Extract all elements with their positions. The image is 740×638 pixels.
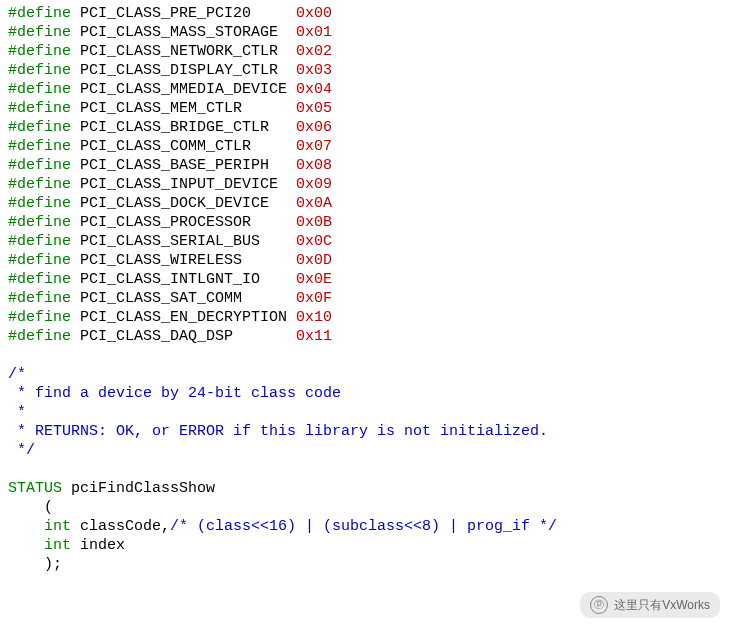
- define-value: 0x02: [296, 43, 332, 60]
- param-comment: /* (class<<16) | (subclass<<8) | prog_if…: [170, 518, 557, 535]
- define-keyword: #define: [8, 252, 71, 269]
- define-name: PCI_CLASS_COMM_CTLR: [80, 138, 287, 155]
- define-keyword: #define: [8, 195, 71, 212]
- define-value: 0x00: [296, 5, 332, 22]
- define-name: PCI_CLASS_SERIAL_BUS: [80, 233, 287, 250]
- define-keyword: #define: [8, 157, 71, 174]
- define-value: 0x0B: [296, 214, 332, 231]
- define-name: PCI_CLASS_NETWORK_CTLR: [80, 43, 287, 60]
- define-keyword: #define: [8, 176, 71, 193]
- define-keyword: #define: [8, 233, 71, 250]
- open-paren: (: [8, 499, 53, 516]
- define-keyword: #define: [8, 271, 71, 288]
- define-name: PCI_CLASS_MMEDIA_DEVICE: [80, 81, 287, 98]
- param-name: classCode,: [80, 518, 170, 535]
- define-value: 0x06: [296, 119, 332, 136]
- define-value: 0x0E: [296, 271, 332, 288]
- define-value: 0x08: [296, 157, 332, 174]
- comment-line: * find a device by 24-bit class code: [8, 385, 341, 402]
- define-name: PCI_CLASS_PRE_PCI20: [80, 5, 287, 22]
- define-name: PCI_CLASS_EN_DECRYPTION: [80, 309, 287, 326]
- comment-line: /*: [8, 366, 26, 383]
- define-value: 0x0F: [296, 290, 332, 307]
- define-name: PCI_CLASS_INPUT_DEVICE: [80, 176, 287, 193]
- define-value: 0x01: [296, 24, 332, 41]
- comment-line: *: [8, 404, 26, 421]
- define-value: 0x10: [296, 309, 332, 326]
- define-keyword: #define: [8, 5, 71, 22]
- define-value: 0x0A: [296, 195, 332, 212]
- define-keyword: #define: [8, 290, 71, 307]
- param-type: int: [44, 518, 71, 535]
- define-value: 0x0D: [296, 252, 332, 269]
- define-keyword: #define: [8, 328, 71, 345]
- param-name: index: [80, 537, 125, 554]
- define-name: PCI_CLASS_SAT_COMM: [80, 290, 287, 307]
- define-keyword: #define: [8, 43, 71, 60]
- define-keyword: #define: [8, 214, 71, 231]
- return-type: STATUS: [8, 480, 62, 497]
- define-value: 0x05: [296, 100, 332, 117]
- define-keyword: #define: [8, 100, 71, 117]
- define-keyword: #define: [8, 119, 71, 136]
- define-value: 0x0C: [296, 233, 332, 250]
- watermark-badge: ⓟ 这里只有VxWorks: [580, 592, 720, 618]
- define-value: 0x09: [296, 176, 332, 193]
- define-value: 0x11: [296, 328, 332, 345]
- comment-line: */: [8, 442, 35, 459]
- comment-line: * RETURNS: OK, or ERROR if this library …: [8, 423, 548, 440]
- define-value: 0x03: [296, 62, 332, 79]
- define-keyword: #define: [8, 24, 71, 41]
- define-keyword: #define: [8, 138, 71, 155]
- define-keyword: #define: [8, 309, 71, 326]
- define-keyword: #define: [8, 62, 71, 79]
- code-block: #define PCI_CLASS_PRE_PCI20 0x00 #define…: [0, 0, 740, 578]
- define-value: 0x04: [296, 81, 332, 98]
- define-name: PCI_CLASS_PROCESSOR: [80, 214, 287, 231]
- define-name: PCI_CLASS_MASS_STORAGE: [80, 24, 287, 41]
- define-name: PCI_CLASS_DAQ_DSP: [80, 328, 287, 345]
- define-name: PCI_CLASS_MEM_CTLR: [80, 100, 287, 117]
- define-name: PCI_CLASS_BRIDGE_CTLR: [80, 119, 287, 136]
- define-value: 0x07: [296, 138, 332, 155]
- define-keyword: #define: [8, 81, 71, 98]
- wechat-icon: ⓟ: [590, 596, 608, 614]
- define-name: PCI_CLASS_DOCK_DEVICE: [80, 195, 287, 212]
- function-name: pciFindClassShow: [71, 480, 215, 497]
- define-name: PCI_CLASS_INTLGNT_IO: [80, 271, 287, 288]
- define-name: PCI_CLASS_DISPLAY_CTLR: [80, 62, 287, 79]
- param-type: int: [44, 537, 71, 554]
- define-name: PCI_CLASS_BASE_PERIPH: [80, 157, 287, 174]
- watermark-text: 这里只有VxWorks: [614, 597, 710, 614]
- define-name: PCI_CLASS_WIRELESS: [80, 252, 287, 269]
- close-paren: );: [8, 556, 62, 573]
